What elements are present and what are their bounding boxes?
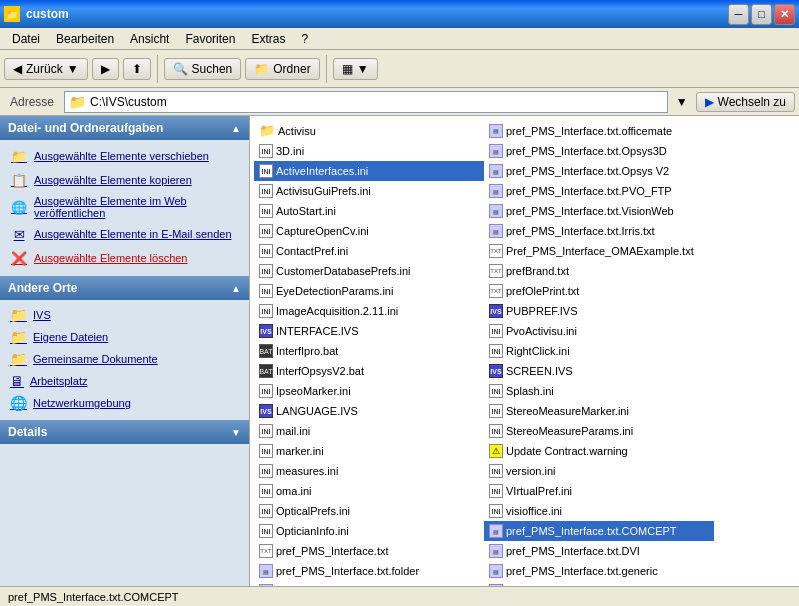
task-publish[interactable]: 🌐 Ausgewählte Elemente im Web veröffentl… [8, 192, 241, 222]
list-item[interactable]: INIversion.ini [484, 461, 714, 481]
minimize-button[interactable]: ─ [728, 4, 749, 25]
list-item[interactable]: ▤pref_PMS_Interface.txt.VisionWeb [484, 201, 714, 221]
list-item[interactable]: ▤pref_PMS_Interface.txt.folder [254, 561, 484, 581]
place-eigene-label: Eigene Dateien [33, 331, 108, 343]
list-item[interactable]: INI3D.ini [254, 141, 484, 161]
list-item[interactable]: INIOpticianInfo.ini [254, 521, 484, 541]
list-item[interactable]: IVSPUBPREF.IVS [484, 301, 714, 321]
list-item[interactable]: ▤pref_PMS_Interface.txt.Leonard_Opsys [484, 581, 714, 586]
menu-ansicht[interactable]: Ansicht [122, 30, 177, 48]
place-arbeitsplatz[interactable]: 🖥 Arbeitsplatz [8, 370, 241, 392]
list-item[interactable]: INImeasures.ini [254, 461, 484, 481]
list-item[interactable]: INISplash.ini [484, 381, 714, 401]
list-item[interactable]: INImail.ini [254, 421, 484, 441]
list-item[interactable]: ▤pref_PMS_Interface.txt.DVI [484, 541, 714, 561]
list-item[interactable]: ▤pref_PMS_Interface.txt.PVO_FTP [484, 181, 714, 201]
list-item[interactable]: ▤pref_PMS_Interface.txt.IPRO [254, 581, 484, 586]
list-item[interactable]: INIImageAcquisition.2.11.ini [254, 301, 484, 321]
task-email[interactable]: ✉ Ausgewählte Elemente in E-Mail senden [8, 222, 241, 246]
list-item[interactable]: INIoma.ini [254, 481, 484, 501]
go-button[interactable]: ▶ Wechseln zu [696, 92, 795, 112]
list-item[interactable]: ▤pref_PMS_Interface.txt.Opsys3D [484, 141, 714, 161]
list-item[interactable]: INIStereoMeasureMarker.ini [484, 401, 714, 421]
list-item[interactable]: IVSLANGUAGE.IVS [254, 401, 484, 421]
list-item[interactable]: INIAutoStart.ini [254, 201, 484, 221]
file-name: pref_PMS_Interface.txt [276, 545, 389, 557]
list-item[interactable]: INIContactPref.ini [254, 241, 484, 261]
pref-icon: ▤ [489, 184, 503, 198]
list-item[interactable]: INIEyeDetectionParams.ini [254, 281, 484, 301]
file-list[interactable]: 📁Activisu▤pref_PMS_Interface.txt.officem… [250, 116, 799, 586]
list-item[interactable]: INIIpseoMarker.ini [254, 381, 484, 401]
txt-icon: TXT [489, 244, 503, 258]
details-section-header[interactable]: Details ▼ [0, 420, 249, 444]
list-item[interactable]: INIOpticalPrefs.ini [254, 501, 484, 521]
list-item[interactable]: ▤pref_PMS_Interface.txt.officemate [484, 120, 714, 141]
task-copy[interactable]: 📋 Ausgewählte Elemente kopieren [8, 168, 241, 192]
file-name: OpticianInfo.ini [276, 525, 349, 537]
list-item[interactable]: INIPvoActivisu.ini [484, 321, 714, 341]
places-section-header[interactable]: Andere Orte ▲ [0, 276, 249, 300]
list-item[interactable]: TXTPref_PMS_Interface_OMAExample.txt [484, 241, 714, 261]
ivs-icon: IVS [489, 364, 503, 378]
list-item[interactable]: INIActivisuGuiPrefs.ini [254, 181, 484, 201]
menu-datei[interactable]: Datei [4, 30, 48, 48]
list-item[interactable]: ⚠Update Contract.warning [484, 441, 714, 461]
list-item[interactable]: TXTpref_PMS_Interface.txt [254, 541, 484, 561]
address-label: Adresse [4, 95, 60, 109]
up-button[interactable]: ⬆ [123, 58, 151, 80]
toolbar-separator-1 [157, 55, 158, 83]
list-item[interactable]: INIActiveInterfaces.ini [254, 161, 484, 181]
forward-button[interactable]: ▶ [92, 58, 119, 80]
menu-bearbeiten[interactable]: Bearbeiten [48, 30, 122, 48]
ini-icon: INI [259, 504, 273, 518]
view-button[interactable]: ▦ ▼ [333, 58, 378, 80]
window-controls[interactable]: ─ □ ✕ [728, 4, 795, 25]
list-item[interactable]: INIStereoMeasureParams.ini [484, 421, 714, 441]
task-move-icon: 📁 [10, 147, 28, 165]
list-item[interactable]: INICaptureOpenCv.ini [254, 221, 484, 241]
back-dropdown-icon[interactable]: ▼ [67, 62, 79, 76]
list-item[interactable]: TXTprefOlePrint.txt [484, 281, 714, 301]
place-gemeinsam[interactable]: 📁 Gemeinsame Dokumente [8, 348, 241, 370]
list-item[interactable]: BATInterfIpro.bat [254, 341, 484, 361]
view-dropdown-icon[interactable]: ▼ [357, 62, 369, 76]
file-name: LANGUAGE.IVS [276, 405, 358, 417]
menu-extras[interactable]: Extras [243, 30, 293, 48]
task-move[interactable]: 📁 Ausgewählte Elemente verschieben [8, 144, 241, 168]
list-item[interactable]: TXTprefBrand.txt [484, 261, 714, 281]
list-item[interactable]: INIRightClick.ini [484, 341, 714, 361]
close-button[interactable]: ✕ [774, 4, 795, 25]
list-item[interactable]: ▤pref_PMS_Interface.txt.generic [484, 561, 714, 581]
pref-icon: ▤ [489, 204, 503, 218]
place-eigene[interactable]: 📁 Eigene Dateien [8, 326, 241, 348]
list-item[interactable]: ▤pref_PMS_Interface.txt.Irris.txt [484, 221, 714, 241]
list-item[interactable]: IVSINTERFACE.IVS [254, 321, 484, 341]
list-item[interactable]: INIvisioffice.ini [484, 501, 714, 521]
file-name: 3D.ini [276, 145, 304, 157]
list-item[interactable]: INImarker.ini [254, 441, 484, 461]
place-ivs-label: IVS [33, 309, 51, 321]
ini-icon: INI [489, 324, 503, 338]
address-input[interactable]: 📁 C:\IVS\custom [64, 91, 668, 113]
ini-icon: INI [489, 424, 503, 438]
task-delete[interactable]: ❌ Ausgewählte Elemente löschen [8, 246, 241, 270]
ini-icon: INI [489, 384, 503, 398]
list-item[interactable]: BATInterfOpsysV2.bat [254, 361, 484, 381]
list-item[interactable]: INICustomerDatabasePrefs.ini [254, 261, 484, 281]
address-dropdown-icon[interactable]: ▼ [672, 95, 692, 109]
menu-favoriten[interactable]: Favoriten [177, 30, 243, 48]
tasks-section-header[interactable]: Datei- und Ordneraufgaben ▲ [0, 116, 249, 140]
place-ivs[interactable]: 📁 IVS [8, 304, 241, 326]
menu-help[interactable]: ? [293, 30, 316, 48]
list-item[interactable]: 📁Activisu [254, 120, 484, 141]
list-item[interactable]: ▤pref_PMS_Interface.txt.Opsys V2 [484, 161, 714, 181]
list-item[interactable]: INIVIrtualPref.ini [484, 481, 714, 501]
search-button[interactable]: 🔍 Suchen [164, 58, 242, 80]
list-item[interactable]: IVSSCREEN.IVS [484, 361, 714, 381]
list-item[interactable]: ▤pref_PMS_Interface.txt.COMCEPT [484, 521, 714, 541]
folder-button[interactable]: 📁 Ordner [245, 58, 319, 80]
maximize-button[interactable]: □ [751, 4, 772, 25]
back-button[interactable]: ◀ Zurück ▼ [4, 58, 88, 80]
place-netzwerk[interactable]: 🌐 Netzwerkumgebung [8, 392, 241, 414]
